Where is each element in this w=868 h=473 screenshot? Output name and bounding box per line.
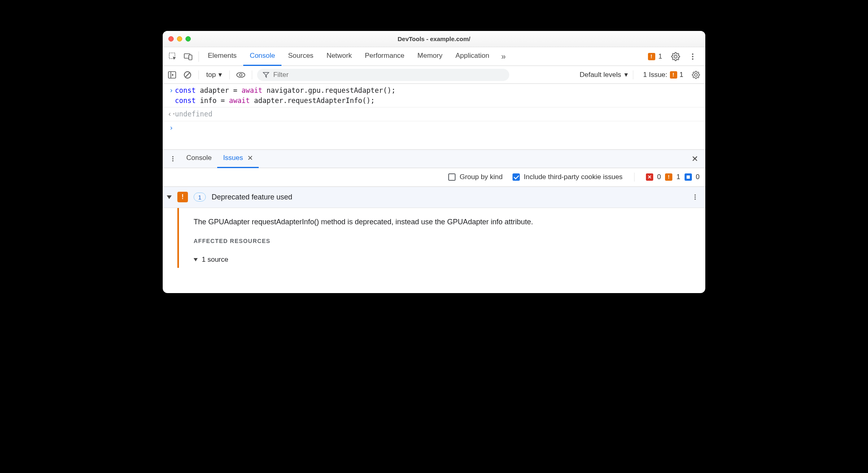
warning-badge-icon: !	[670, 71, 677, 79]
drawer-tab-console[interactable]: Console	[181, 149, 217, 168]
tab-network[interactable]: Network	[320, 47, 358, 66]
divider	[252, 70, 252, 79]
warning-count: 1	[676, 173, 680, 181]
window-title: DevTools - example.com/	[163, 35, 705, 42]
input-prompt-icon: ›	[168, 85, 175, 96]
console-filterbar: top ▾ Default levels ▾ 1 Issue: ! 1	[163, 66, 705, 84]
tab-memory[interactable]: Memory	[411, 47, 449, 66]
svg-point-11	[240, 74, 242, 76]
drawer-kebab-icon[interactable]	[165, 149, 181, 168]
divider	[198, 51, 199, 62]
svg-point-18	[694, 198, 696, 199]
main-tabs: Elements Console Sources Network Perform…	[201, 47, 496, 66]
warning-badge-icon[interactable]: !	[648, 53, 655, 60]
warning-count: 1	[659, 53, 662, 61]
warning-badge-icon: !	[665, 173, 672, 181]
source-expand-row[interactable]: 1 source	[194, 256, 697, 264]
console-output-line: ‹· undefined	[163, 107, 705, 121]
more-tabs-icon[interactable]: »	[496, 47, 511, 66]
checkbox-icon[interactable]	[513, 173, 520, 181]
expand-caret-icon	[194, 258, 198, 261]
checkbox-label: Group by kind	[460, 173, 503, 181]
tab-application[interactable]: Application	[449, 47, 496, 66]
issue-detail-body: The GPUAdapter requestAdapterInfo() meth…	[179, 208, 705, 268]
tab-elements[interactable]: Elements	[201, 47, 243, 66]
svg-point-17	[694, 196, 696, 197]
svg-point-4	[692, 56, 694, 57]
issue-title: Deprecated feature used	[212, 193, 292, 201]
console-next-prompt[interactable]: ›	[163, 121, 705, 135]
divider	[633, 70, 633, 79]
inspect-element-icon[interactable]	[165, 47, 181, 66]
issue-description: The GPUAdapter requestAdapterInfo() meth…	[194, 218, 697, 226]
drawer-tab-issues[interactable]: Issues ✕	[217, 149, 258, 168]
input-prompt-icon: ›	[168, 123, 175, 133]
checkbox-label: Include third-party cookie issues	[524, 173, 623, 181]
info-badge-icon	[685, 173, 692, 181]
kebab-menu-icon[interactable]	[685, 47, 700, 66]
divider	[634, 173, 635, 182]
svg-point-10	[237, 72, 245, 77]
output-value: undefined	[175, 109, 212, 119]
svg-point-13	[172, 158, 173, 159]
close-tab-icon[interactable]: ✕	[247, 154, 253, 162]
live-expression-icon[interactable]	[235, 69, 247, 81]
svg-point-5	[692, 58, 694, 60]
svg-rect-15	[687, 175, 690, 179]
error-badge-icon: ✕	[646, 173, 653, 181]
log-levels-selector[interactable]: Default levels ▾	[580, 70, 628, 79]
issues-toolbar: Group by kind Include third-party cookie…	[163, 168, 705, 187]
close-drawer-icon[interactable]: ✕	[687, 151, 703, 167]
group-by-kind-checkbox[interactable]: Group by kind	[448, 173, 503, 181]
source-count: 1 source	[202, 256, 228, 264]
error-count: 0	[657, 173, 661, 181]
divider	[229, 70, 230, 79]
include-third-party-checkbox[interactable]: Include third-party cookie issues	[513, 173, 623, 181]
tab-sources[interactable]: Sources	[281, 47, 320, 66]
filter-funnel-icon	[263, 72, 269, 78]
titlebar: DevTools - example.com/	[163, 31, 705, 47]
chevron-down-icon: ▾	[218, 70, 222, 79]
output-prompt-icon: ‹·	[168, 109, 175, 119]
levels-label: Default levels	[580, 71, 621, 79]
minimize-window-button[interactable]	[177, 36, 182, 42]
context-label: top	[206, 71, 216, 79]
traffic-lights	[168, 36, 191, 42]
info-count: 0	[696, 173, 700, 181]
tab-console[interactable]: Console	[243, 47, 281, 66]
affected-resources-label: AFFECTED RESOURCES	[194, 238, 697, 244]
filter-input-wrap[interactable]	[257, 69, 509, 81]
context-selector[interactable]: top ▾	[204, 70, 225, 79]
expand-caret-icon[interactable]	[167, 195, 172, 199]
svg-point-14	[172, 160, 173, 161]
tab-performance[interactable]: Performance	[358, 47, 411, 66]
filter-input[interactable]	[273, 71, 504, 79]
clear-console-icon[interactable]	[181, 69, 194, 81]
checkbox-icon[interactable]	[448, 173, 456, 181]
spacer	[163, 135, 705, 149]
issue-kebab-icon[interactable]	[689, 191, 701, 203]
issues-count: 1	[680, 71, 683, 79]
issues-link[interactable]: 1 Issue: ! 1	[643, 71, 683, 79]
issue-count-pill: 1	[194, 193, 206, 201]
svg-point-16	[694, 194, 696, 195]
maximize-window-button[interactable]	[185, 36, 191, 42]
drawer-tabbar: Console Issues ✕ ✕	[163, 149, 705, 168]
svg-line-9	[185, 73, 190, 77]
issue-detail: The GPUAdapter requestAdapterInfo() meth…	[163, 208, 705, 268]
sidebar-toggle-icon[interactable]	[166, 69, 178, 81]
tabbar-right: ! 1	[648, 47, 703, 66]
console-settings-gear-icon[interactable]	[690, 69, 702, 81]
drawer-tab-label: Issues	[223, 154, 243, 162]
close-window-button[interactable]	[168, 36, 174, 42]
devtools-window: DevTools - example.com/ Elements Console…	[163, 31, 705, 293]
warning-issue-icon: !	[177, 192, 188, 202]
issue-row-header[interactable]: ! 1 Deprecated feature used	[163, 187, 705, 208]
issues-label: 1 Issue:	[643, 71, 667, 79]
console-output: › const adapter = await navigator.gpu.re…	[163, 84, 705, 149]
console-input-line[interactable]: › const adapter = await navigator.gpu.re…	[163, 84, 705, 107]
svg-point-3	[692, 53, 694, 55]
device-toolbar-icon[interactable]	[181, 47, 196, 66]
settings-gear-icon[interactable]	[668, 47, 683, 66]
main-tabbar: Elements Console Sources Network Perform…	[163, 47, 705, 66]
